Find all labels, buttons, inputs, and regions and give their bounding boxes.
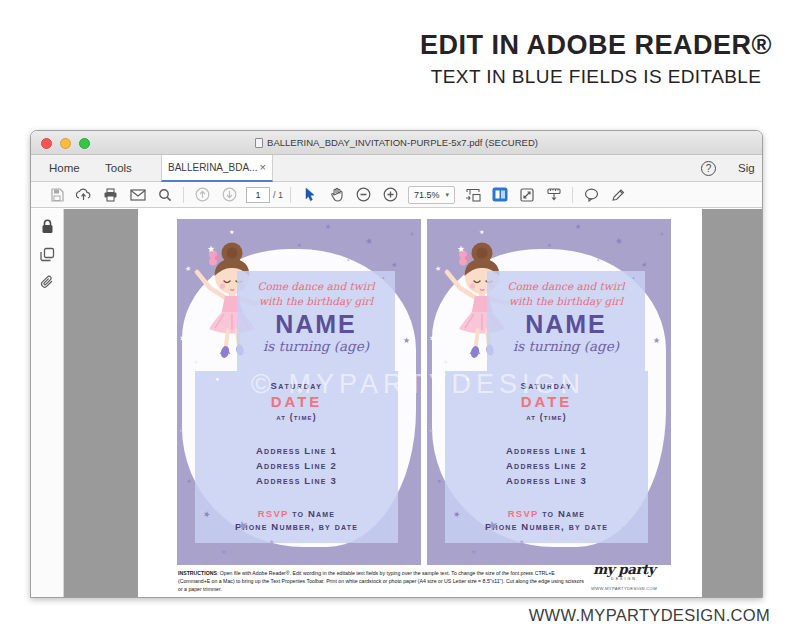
invitation-time: at (time) <box>195 412 398 422</box>
invitation-script-line2: with the birthday girl <box>237 294 395 309</box>
logo-sub-text: DESIGN <box>588 577 660 581</box>
invitation-script-line1: Come dance and twirl <box>237 279 395 294</box>
close-window-button[interactable] <box>41 138 52 149</box>
logo-script-text: my party <box>588 561 660 577</box>
pdf-sheet: Come dance and twirl with the birthday g… <box>138 209 702 597</box>
invitation-turning: is turning (age) <box>237 338 395 354</box>
previous-page-icon[interactable] <box>189 184 216 206</box>
minimize-window-button[interactable] <box>60 138 71 149</box>
zoom-level-select[interactable]: 71.5%▾ <box>408 186 455 204</box>
invitation-address3: Address Line 3 <box>195 473 398 488</box>
tab-close-icon[interactable]: × <box>260 155 266 180</box>
zoom-in-icon[interactable] <box>377 184 404 206</box>
star-decoration: ★ <box>187 479 192 485</box>
main-toolbar: / 1 71.5%▾ <box>31 182 762 208</box>
page-headline: EDIT IN ADOBE READER® <box>420 30 772 61</box>
hand-tool-icon[interactable] <box>323 184 350 206</box>
star-decoration: ★ <box>364 236 374 247</box>
fullscreen-icon[interactable] <box>513 184 540 206</box>
star-decoration: ★ <box>471 549 477 556</box>
star-decoration: ★ <box>574 222 582 230</box>
measure-tool-icon[interactable] <box>540 184 567 206</box>
star-decoration: ★ <box>324 222 332 230</box>
window-titlebar: BALLERINA_BDAY_INVITATION-PURPLE-5x7.pdf… <box>31 131 762 155</box>
window-content: Come dance and twirl with the birthday g… <box>31 209 762 597</box>
logo-url-text: WWW.MYPARTYDESIGN.COM <box>588 586 660 591</box>
select-tool-icon[interactable] <box>296 184 323 206</box>
toolbar-divider <box>290 187 291 203</box>
screenshot-root: EDIT IN ADOBE READER® TEXT IN BLUE FIELD… <box>0 0 800 637</box>
star-decoration: ★ <box>547 243 552 248</box>
invitation-phone: Phone Number, by date <box>445 519 648 534</box>
invitation-script-line1: Come dance and twirl <box>487 279 645 294</box>
star-decoration: ★ <box>479 229 485 235</box>
save-icon[interactable] <box>43 184 70 206</box>
tab-bar: Home Tools × BALLERINA_BDA... ? Sig <box>31 155 762 182</box>
invitation-script-line2: with the birthday girl <box>487 294 645 309</box>
star-decoration: ★ <box>614 236 624 247</box>
traffic-lights <box>41 138 90 149</box>
fill-sign-pencil-icon[interactable] <box>605 184 632 206</box>
comment-icon[interactable] <box>578 184 605 206</box>
editable-field-header[interactable]: Come dance and twirl with the birthday g… <box>487 271 645 371</box>
tab-tools[interactable]: Tools <box>105 155 132 181</box>
help-icon[interactable]: ? <box>701 161 716 176</box>
mypartydesign-logo: my party DESIGN WWW.MYPARTYDESIGN.COM <box>588 561 660 591</box>
invitation-phone: Phone Number, by date <box>195 519 398 534</box>
invitation-time: at (time) <box>445 412 648 422</box>
invitation-address3: Address Line 3 <box>445 473 648 488</box>
adobe-reader-window: BALLERINA_BDAY_INVITATION-PURPLE-5x7.pdf… <box>30 130 763 598</box>
share-upload-icon[interactable] <box>70 184 97 206</box>
chevron-down-icon: ▾ <box>446 191 450 199</box>
star-decoration: ★ <box>641 261 648 268</box>
copyright-watermark: © MYPARTYDESIGN <box>251 369 585 400</box>
footer-website-url: WWW.MYPARTYDESIGN.COM <box>529 606 770 625</box>
fit-width-icon[interactable] <box>459 184 486 206</box>
tab-document[interactable]: × BALLERINA_BDA... <box>161 155 273 182</box>
page-view-icon[interactable] <box>486 184 513 206</box>
page-headline-block: EDIT IN ADOBE READER® TEXT IN BLUE FIELD… <box>420 30 772 88</box>
star-decoration: ★ <box>229 229 235 235</box>
email-icon[interactable] <box>124 184 151 206</box>
invitation-address1: Address Line 1 <box>445 443 648 458</box>
invitation-address2: Address Line 2 <box>445 458 648 473</box>
invitation-name: NAME <box>487 312 645 337</box>
invitation-address2: Address Line 2 <box>195 458 398 473</box>
print-icon[interactable] <box>97 184 124 206</box>
toolbar-divider <box>572 187 573 203</box>
invitation-address1: Address Line 1 <box>195 443 398 458</box>
star-decoration: ★ <box>437 479 442 485</box>
sign-in-link[interactable]: Sig <box>738 155 762 181</box>
attachments-paperclip-icon[interactable] <box>40 275 54 290</box>
page-count-label: / 1 <box>273 190 283 200</box>
star-decoration: ★ <box>297 243 302 248</box>
toolbar-divider <box>183 187 184 203</box>
search-icon[interactable] <box>151 184 178 206</box>
instructions-text: INSTRUCTIONS: Open file with Adobe Reade… <box>178 569 586 597</box>
tab-home[interactable]: Home <box>49 155 80 181</box>
document-view-area[interactable]: Come dance and twirl with the birthday g… <box>64 209 762 597</box>
zoom-window-button[interactable] <box>79 138 90 149</box>
star-decoration: ★ <box>658 230 665 237</box>
page-subheadline: TEXT IN BLUE FIELDS IS EDITABLE <box>420 66 772 88</box>
star-decoration: ★ <box>408 230 415 237</box>
invitation-rsvp: RSVP to Name <box>445 508 648 519</box>
security-lock-icon[interactable] <box>41 219 54 234</box>
star-decoration: ★ <box>391 261 398 268</box>
invitation-name: NAME <box>237 312 395 337</box>
left-sidebar <box>31 209 64 597</box>
editable-field-header[interactable]: Come dance and twirl with the birthday g… <box>237 271 395 371</box>
zoom-out-icon[interactable] <box>350 184 377 206</box>
document-icon <box>255 138 263 148</box>
page-number-input[interactable] <box>246 187 270 203</box>
invitation-turning: is turning (age) <box>487 338 645 354</box>
page-thumbnails-icon[interactable] <box>40 247 55 262</box>
window-title: BALLERINA_BDAY_INVITATION-PURPLE-5x7.pdf… <box>31 131 762 154</box>
next-page-icon[interactable] <box>216 184 243 206</box>
invitation-rsvp: RSVP to Name <box>195 508 398 519</box>
star-decoration: ★ <box>221 549 227 556</box>
